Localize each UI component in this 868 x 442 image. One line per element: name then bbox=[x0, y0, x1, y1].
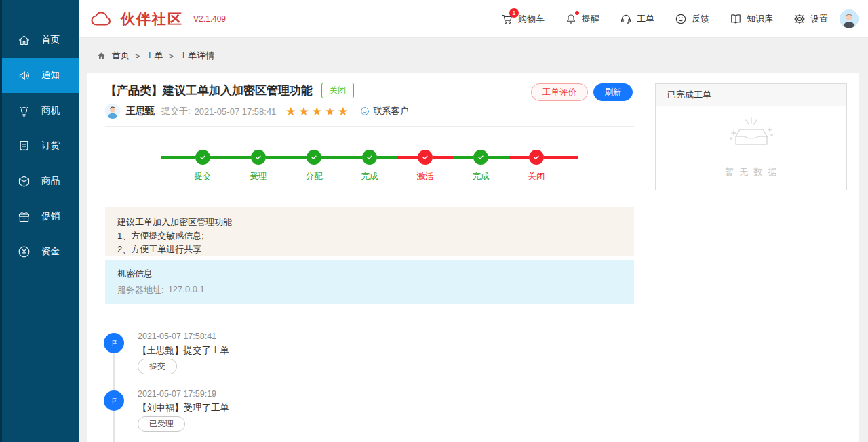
ticket-title: 【产品类】建议工单加入加密区管理功能 bbox=[105, 83, 313, 98]
receipt-icon bbox=[17, 139, 31, 153]
timeline-status-tag: 提交 bbox=[138, 359, 177, 374]
flag-icon bbox=[104, 333, 124, 353]
sidebar-item-promotions[interactable]: 促销 bbox=[2, 199, 79, 234]
stepper-line bbox=[210, 156, 251, 159]
step-check-icon bbox=[473, 150, 488, 165]
step-label: 激活 bbox=[405, 171, 446, 182]
completed-tickets-panel: 已完成工单 暂无数据 bbox=[655, 83, 847, 190]
ticket-status-badge: 关闭 bbox=[321, 83, 354, 98]
home-icon bbox=[17, 33, 31, 47]
reminder-button[interactable]: 提醒 bbox=[564, 12, 599, 26]
sidebar-item-ordering[interactable]: 订货 bbox=[2, 128, 79, 163]
header-actions: 1 购物车 提醒 工单 反馈 bbox=[500, 12, 828, 26]
contact-customer-link[interactable]: 联系客户 bbox=[359, 105, 409, 117]
submitted-time: 2021-05-07 17:58:41 bbox=[195, 106, 277, 117]
step-label: 完成 bbox=[460, 171, 501, 182]
evaluate-ticket-button[interactable]: 工单评价 bbox=[531, 83, 588, 101]
breadcrumb: 首页 > 工单 > 工单详情 bbox=[96, 38, 214, 73]
user-avatar[interactable] bbox=[840, 9, 859, 28]
stepper-line bbox=[377, 156, 418, 159]
sidebar-item-label: 商机 bbox=[41, 104, 60, 117]
cart-button[interactable]: 1 购物车 bbox=[500, 12, 545, 26]
bulb-icon bbox=[17, 104, 31, 118]
step-check-icon bbox=[251, 150, 266, 165]
knowledge-base-button[interactable]: 知识库 bbox=[729, 12, 773, 26]
step-check-icon bbox=[307, 150, 321, 165]
rating-stars: ★★★★★ bbox=[285, 106, 351, 117]
completed-tickets-title: 已完成工单 bbox=[656, 84, 846, 106]
brand-logo[interactable]: 伙伴社区 V2.1.409 bbox=[90, 9, 226, 28]
gear-icon bbox=[793, 12, 806, 26]
secret-info-title: 机密信息 bbox=[117, 268, 622, 280]
ticket-detail-card: 【产品类】建议工单加入加密区管理功能 关闭 工单评价 刷新 王思甄 提交于: 2… bbox=[87, 73, 859, 442]
settings-button[interactable]: 设置 bbox=[793, 12, 828, 26]
sidebar: 首页 通知 商机 订货 商品 促销 资金 bbox=[0, 0, 79, 442]
gift-icon bbox=[17, 209, 31, 224]
app-window: 首页 通知 商机 订货 商品 促销 资金 伙伴社区 bbox=[0, 0, 868, 442]
yuan-icon bbox=[17, 245, 31, 259]
sidebar-item-opportunity[interactable]: 商机 bbox=[2, 93, 79, 128]
step-check-icon bbox=[529, 150, 544, 165]
step-label: 完成 bbox=[349, 171, 390, 182]
description-line: 建议工单加入加密区管理功能 bbox=[117, 216, 622, 229]
breadcrumb-current: 工单详情 bbox=[179, 49, 214, 62]
step-check-icon bbox=[195, 150, 210, 165]
top-header: 伙伴社区 V2.1.409 1 购物车 提醒 bbox=[79, 0, 868, 38]
empty-state-text: 暂无数据 bbox=[656, 166, 846, 178]
content-area: 首页 > 工单 > 工单详情 【产品类】建议工单加入加密区管理功能 关闭 工单评… bbox=[79, 38, 868, 442]
sidebar-item-label: 商品 bbox=[41, 175, 60, 187]
breadcrumb-separator: > bbox=[135, 51, 140, 61]
breadcrumb-home[interactable]: 首页 bbox=[112, 49, 130, 62]
refresh-button[interactable]: 刷新 bbox=[593, 83, 633, 101]
sidebar-item-label: 通知 bbox=[41, 69, 60, 81]
bell-icon bbox=[564, 12, 578, 26]
breadcrumb-tickets[interactable]: 工单 bbox=[146, 49, 163, 62]
headset-icon bbox=[619, 12, 633, 26]
step-check-icon bbox=[362, 150, 377, 165]
timeline-event: 【刘中福】受理了工单 bbox=[138, 402, 229, 414]
sidebar-item-label: 首页 bbox=[41, 34, 60, 46]
contact-customer-icon bbox=[359, 106, 370, 117]
timeline-status-tag: 已受理 bbox=[138, 416, 185, 432]
stepper-line bbox=[266, 156, 307, 159]
sidebar-item-notifications[interactable]: 通知 bbox=[2, 58, 79, 93]
step-label: 提交 bbox=[182, 171, 223, 182]
sidebar-item-funds[interactable]: 资金 bbox=[2, 234, 79, 269]
stepper-line bbox=[488, 156, 529, 159]
smiley-icon bbox=[674, 12, 688, 26]
sidebar-item-label: 资金 bbox=[41, 245, 60, 258]
cart-badge: 1 bbox=[509, 8, 519, 18]
step-label: 分配 bbox=[294, 171, 334, 182]
description-line: 1、方便提交敏感信息; bbox=[117, 229, 622, 243]
submitted-label: 提交于: bbox=[161, 105, 191, 117]
sidebar-item-label: 促销 bbox=[41, 210, 60, 222]
timeline-time: 2021-05-07 17:58:41 bbox=[138, 332, 216, 341]
cube-icon bbox=[17, 174, 31, 188]
timeline-event: 【王思甄】提交了工单 bbox=[138, 344, 229, 357]
reminder-dot bbox=[575, 11, 579, 15]
ticket-button[interactable]: 工单 bbox=[619, 12, 654, 26]
submitter-row: 王思甄 提交于: 2021-05-07 17:58:41 ★★★★★ 联系客户 bbox=[105, 103, 409, 119]
step-label: 关闭 bbox=[516, 171, 557, 182]
description-line: 2、方便工单进行共享 bbox=[117, 243, 622, 256]
avatar-image bbox=[840, 9, 859, 28]
submitter-avatar bbox=[105, 104, 120, 119]
sidebar-item-label: 订货 bbox=[41, 140, 60, 152]
stepper-line bbox=[161, 156, 195, 159]
section-divider bbox=[105, 126, 634, 127]
secret-info-box: 机密信息 服务器地址: 127.0.0.1 bbox=[105, 260, 634, 304]
empty-tray-icon bbox=[725, 115, 778, 157]
ticket-description-box: 建议工单加入加密区管理功能 1、方便提交敏感信息; 2、方便工单进行共享 bbox=[105, 207, 634, 256]
megaphone-icon bbox=[17, 68, 31, 83]
flag-icon bbox=[104, 390, 124, 411]
stepper-line bbox=[433, 156, 473, 159]
cart-icon: 1 bbox=[500, 12, 514, 26]
brand-version: V2.1.409 bbox=[193, 14, 226, 24]
cloud-icon bbox=[90, 10, 115, 28]
sidebar-item-home[interactable]: 首页 bbox=[2, 22, 79, 58]
stepper-line bbox=[544, 156, 578, 159]
stepper-line bbox=[321, 156, 362, 159]
sidebar-item-products[interactable]: 商品 bbox=[2, 163, 79, 199]
step-label: 受理 bbox=[238, 171, 279, 182]
feedback-button[interactable]: 反馈 bbox=[674, 12, 709, 26]
